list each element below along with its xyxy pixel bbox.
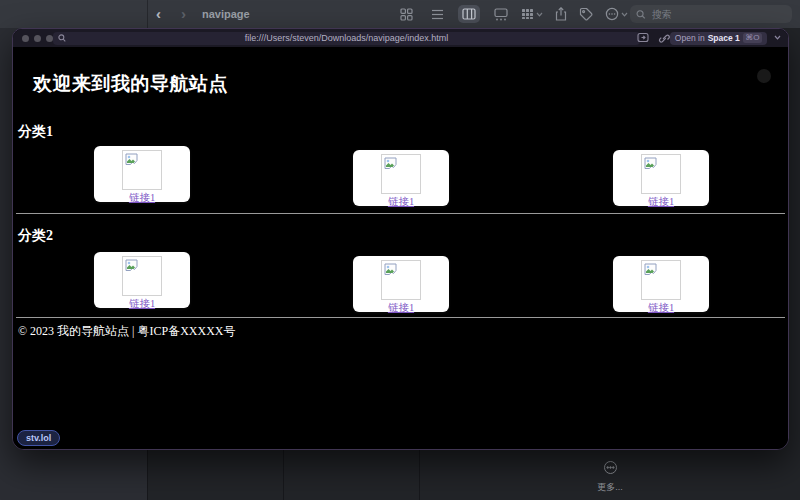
- section-divider: [16, 213, 785, 214]
- broken-image-icon: [125, 259, 138, 272]
- card-link[interactable]: 链接1: [353, 195, 449, 209]
- link-card: 链接1: [613, 256, 709, 312]
- browser-titlebar: file:///Users/steven/Downloads/navipage/…: [13, 29, 788, 47]
- chevron-right-icon: ›: [181, 0, 186, 28]
- finder-toolbar: ‹ › navipage: [0, 0, 800, 28]
- toolbar-actions: [521, 0, 628, 28]
- section-heading-2: 分类2: [18, 227, 53, 245]
- finder-window-title: navipage: [202, 0, 250, 28]
- icon-view-button[interactable]: [396, 5, 417, 24]
- broken-image-icon: [644, 157, 657, 170]
- broken-image-icon: [644, 263, 657, 276]
- link-card: 链接1: [353, 150, 449, 206]
- broken-image: [641, 154, 681, 194]
- broken-image: [122, 150, 162, 190]
- more-actions-button[interactable]: [605, 7, 628, 21]
- ellipsis-circle-icon: [603, 460, 618, 479]
- url-bar-actions: [637, 32, 670, 44]
- broken-image-icon: [384, 157, 397, 170]
- browser-window: file:///Users/steven/Downloads/navipage/…: [12, 28, 789, 450]
- card-row: 链接1 链接1: [13, 252, 788, 314]
- open-in-space-button[interactable]: Open in Space 1 ⌘O: [670, 32, 767, 45]
- zoom-window-button[interactable]: [46, 35, 53, 42]
- tag-button[interactable]: [579, 7, 593, 21]
- broken-image: [381, 154, 421, 194]
- site-badge[interactable]: stv.lol: [17, 430, 60, 446]
- broken-image: [641, 260, 681, 300]
- view-mode-group: [396, 0, 512, 28]
- back-button[interactable]: ‹: [156, 0, 161, 28]
- tag-icon: [579, 7, 593, 21]
- link-card: 链接1: [94, 252, 190, 308]
- copy-link-icon[interactable]: [658, 32, 670, 44]
- picture-in-picture-icon[interactable]: [637, 32, 649, 43]
- finder-preview-more[interactable]: 更多...: [574, 460, 646, 494]
- broken-image-icon: [125, 153, 138, 166]
- card-link[interactable]: 链接1: [94, 191, 190, 205]
- footer-divider: [16, 317, 785, 318]
- page-footer: © 2023 我的导航站点 | 粤ICP备XXXXX号: [18, 323, 236, 340]
- list-view-button[interactable]: [427, 5, 448, 24]
- columns-icon: [462, 8, 476, 20]
- finder-search[interactable]: [630, 5, 792, 23]
- minimize-window-button[interactable]: [34, 35, 41, 42]
- url-bar[interactable]: file:///Users/steven/Downloads/navipage/…: [53, 32, 640, 45]
- broken-image-icon: [384, 263, 397, 276]
- card-link[interactable]: 链接1: [353, 301, 449, 315]
- list-icon: [431, 8, 444, 21]
- card-link[interactable]: 链接1: [94, 297, 190, 311]
- screen: 更多... ‹ › navipage: [0, 0, 800, 500]
- link-card: 链接1: [94, 146, 190, 202]
- group-by-button[interactable]: [521, 8, 543, 20]
- open-in-label: Open in: [675, 33, 705, 43]
- share-button[interactable]: [555, 7, 567, 21]
- space-name: Space 1: [708, 33, 740, 43]
- chevron-left-icon: ‹: [156, 0, 161, 28]
- column-view-button[interactable]: [458, 5, 480, 23]
- page-title: 欢迎来到我的导航站点: [33, 71, 228, 97]
- share-icon: [555, 7, 567, 21]
- link-card: 链接1: [613, 150, 709, 206]
- url-text: file:///Users/steven/Downloads/navipage/…: [245, 33, 449, 43]
- chevron-down-icon: [536, 12, 543, 17]
- close-window-button[interactable]: [22, 35, 29, 42]
- shortcut-badge: ⌘O: [743, 33, 762, 43]
- broken-image: [122, 256, 162, 296]
- more-label: 更多...: [574, 481, 646, 494]
- webpage: 欢迎来到我的导航站点 分类1 链接1: [13, 47, 788, 449]
- search-icon: [58, 34, 66, 42]
- search-icon: [636, 9, 646, 20]
- chevron-down-icon[interactable]: [774, 35, 781, 40]
- card-row: 链接1 链接1: [13, 146, 788, 208]
- card-link[interactable]: 链接1: [613, 301, 709, 315]
- gallery-icon: [494, 8, 508, 21]
- traffic-lights: [22, 35, 53, 42]
- grid-icon: [400, 8, 413, 21]
- gallery-view-button[interactable]: [490, 5, 512, 24]
- broken-image: [381, 260, 421, 300]
- toolbar-divider: [147, 0, 148, 28]
- link-card: 链接1: [353, 256, 449, 312]
- card-link[interactable]: 链接1: [613, 195, 709, 209]
- group-grid-icon: [521, 8, 534, 20]
- forward-button[interactable]: ›: [181, 0, 186, 28]
- chevron-down-icon: [621, 12, 628, 17]
- theme-toggle-button[interactable]: [757, 69, 771, 83]
- search-input[interactable]: [650, 8, 786, 21]
- ellipsis-circle-icon: [605, 7, 619, 21]
- section-heading-1: 分类1: [18, 123, 53, 141]
